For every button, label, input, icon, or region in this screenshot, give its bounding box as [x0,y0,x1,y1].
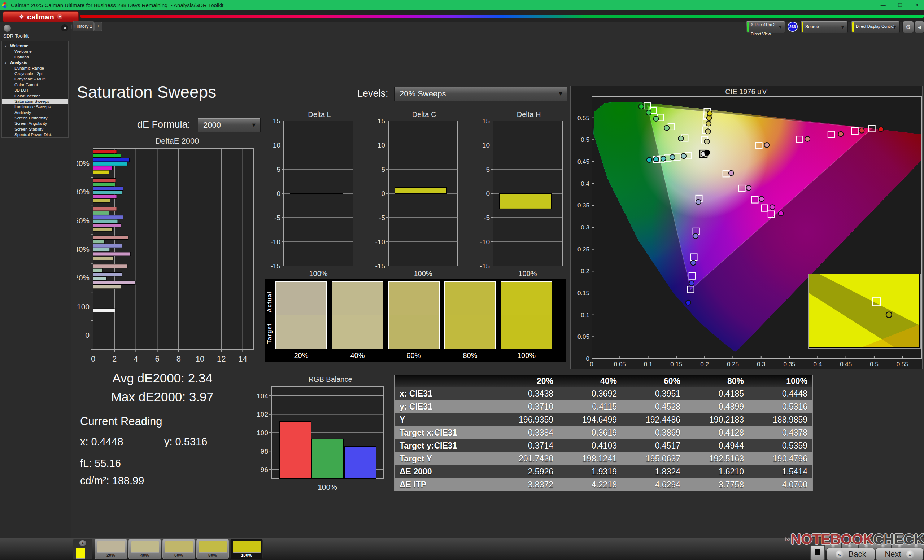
de-bar [93,170,109,174]
de-bar [93,183,115,186]
de-bar [93,268,102,272]
cell-value: 4.6294 [622,478,686,491]
queue-expand-button[interactable]: ▲ [79,540,86,546]
close-button[interactable]: ✕ [915,2,919,8]
patch-button-100%[interactable]: 100% [230,539,263,559]
sidebar-item-saturation-sweeps[interactable]: Saturation Sweeps [2,99,68,104]
svg-text:4: 4 [134,354,138,363]
cie-1976-chart: CIE 1976 u'v' 00.050.10.150.20.250.30.35… [570,85,922,369]
cell-value: 0.3384 [495,426,558,439]
svg-text:6: 6 [155,354,159,363]
sidebar-item-screen-stability[interactable]: Screen Stability [2,127,68,132]
cie-y-tick: 0.2 [574,268,590,275]
sidebar-item-color-gamut[interactable]: Color Gamut [2,82,68,88]
back-button[interactable]: « Back [826,548,875,560]
sidebar-item-grayscale-2pt[interactable]: Grayscale - 2pt [2,71,68,76]
table-row: ΔE 20002.59261.93191.83241.62101.5414 [394,465,813,478]
patch-button-20%[interactable]: 20% [94,539,127,559]
sidebar-item-spectral-power-dist-[interactable]: Spectral Power Dist. [2,132,68,138]
sidebar-item-screen-angularity[interactable]: Screen Angularity [2,121,68,126]
stop-button[interactable] [810,545,825,560]
calman-menu-button[interactable]: ❖ calman ▼ [3,11,79,22]
col-header-20%: 20% [495,375,558,388]
patch-button-40%[interactable]: 40% [129,539,161,559]
rgb-bar-R [279,421,311,479]
sidebar-item-welcome[interactable]: Welcome [2,49,68,54]
history-tab[interactable]: History 1 [73,21,94,31]
cell-value: 0.4517 [622,439,686,452]
sidebar-item-grayscale-multi[interactable]: Grayscale - Multi [2,76,68,82]
collapse-toolbar-button[interactable]: ◀ [914,21,924,33]
meter-select[interactable]: X-Rite i1Pro 2 Direct View ▼ [746,21,785,33]
minimize-button[interactable]: — [880,2,886,8]
sidebar-item-3d-lut[interactable]: 3D LUT [2,88,68,93]
measured-magenta [746,186,751,190]
deltae2000-chart-plot: 100%80%60%40%20%100002468101214 [76,146,261,370]
cie-x-tick: 0.55 [893,361,911,368]
measured-red [805,136,810,141]
svg-text:12: 12 [217,354,226,363]
patch-swatch [165,541,193,553]
cie-x-tick: 0.2 [696,361,714,368]
measured-yellow [706,129,711,134]
patch-swatch [97,541,125,553]
measured-cyan [654,157,659,162]
sidebar-item-dynamic-range[interactable]: Dynamic Range [2,66,68,71]
source-label: Source [805,24,819,29]
sidebar-item-welcome[interactable]: ◢Welcome [2,43,68,49]
cell-value: 194.6499 [558,413,622,426]
back-label: Back [849,550,866,559]
chevron-down-icon: ▼ [558,91,563,97]
measured-blue [691,260,696,265]
cie-y-tick: 0.15 [574,290,590,297]
de-formula-select[interactable]: 2000 ▼ [198,118,261,132]
sidebar-item-options[interactable]: Options [2,54,68,60]
patch-button-80%[interactable]: 80% [196,539,229,559]
de-bar [93,199,110,202]
cell-value: 188.9859 [749,413,813,426]
display-control-select[interactable]: Direct Display Control ▼ [851,21,900,33]
sidebar-pin-button[interactable] [3,24,11,32]
deltae2000-chart-title: DeltaE 2000 [76,136,261,146]
de-bar [93,308,115,312]
svg-text:80%: 80% [76,188,90,196]
delta-bar [500,193,552,209]
svg-text:15: 15 [482,119,490,125]
de-bar [93,285,121,289]
target-swatch [389,315,439,349]
row-label: Y [394,413,495,426]
de-bar [93,150,117,153]
sidebar-item-screen-uniformity[interactable]: Screen Uniformity [2,115,68,121]
cell-value: 1.6210 [686,465,749,478]
settings-button[interactable]: ⚙ [902,21,914,33]
levels-select[interactable]: 20% Sweeps ▼ [394,87,567,101]
sidebar-collapse-button[interactable]: ◀ [61,24,68,31]
sidebar-item-luminance-sweeps[interactable]: Luminance Sweeps [2,104,68,110]
svg-text:10: 10 [273,141,280,149]
measured-green [639,104,644,109]
expander-icon[interactable]: ◢ [4,43,6,49]
svg-text:5: 5 [381,166,385,173]
source-select[interactable]: Source ▼ [800,21,848,33]
restore-button[interactable]: ❐ [898,2,903,8]
cell-value: 201.7420 [495,452,558,465]
svg-text:-10: -10 [480,238,490,246]
history-add-tab-button[interactable]: + [94,22,102,31]
avg-de2000: Avg dE2000: 2.34 [78,371,247,385]
measured-yellow [704,139,709,144]
source-status-bar [802,22,804,32]
svg-text:20%: 20% [76,274,90,282]
expander-icon[interactable]: ◢ [4,60,6,65]
de-bar [93,248,110,252]
delta-h-title: Delta H [477,111,566,119]
cell-value: 0.4115 [558,400,622,413]
sidebar-item-additivity[interactable]: Additivity [2,110,68,115]
row-label: Target y:CIE31 [394,439,495,452]
sidebar-item-colorchecker[interactable]: ColorChecker [2,93,68,99]
next-button[interactable]: Next » [876,548,923,560]
cell-value: 192.4486 [622,413,686,426]
cie-x-tick: 0.5 [865,361,883,368]
delta-l-title: Delta L [268,111,357,119]
patch-button-60%[interactable]: 60% [162,539,195,559]
sidebar-item-analysis[interactable]: ◢Analysis [2,60,68,65]
